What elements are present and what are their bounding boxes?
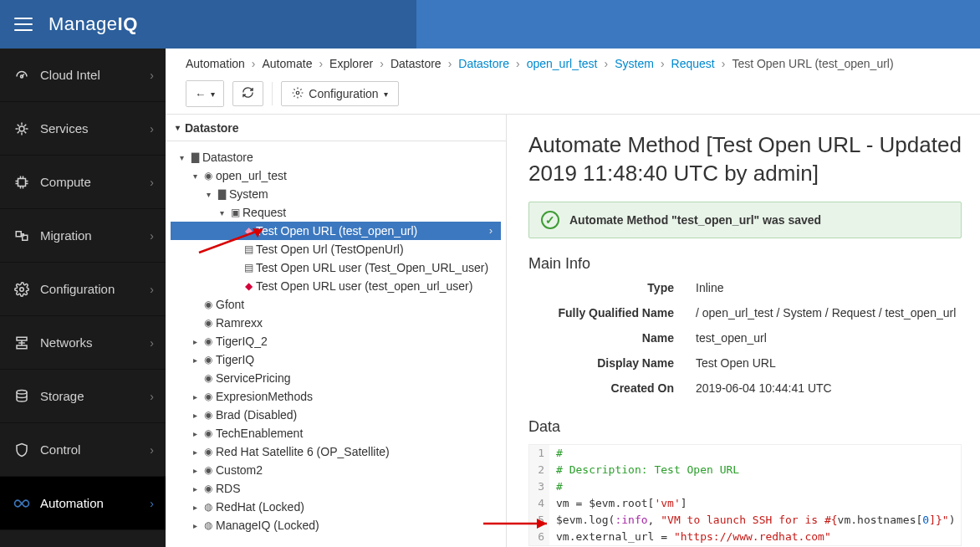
- domain-icon: ◉: [201, 483, 216, 494]
- code-token: vm.hostnames[: [838, 514, 923, 526]
- chevron-right-icon: ›: [150, 390, 154, 403]
- tree-node-request[interactable]: ▾▣Request: [171, 203, 501, 222]
- dashboard-icon: [12, 68, 32, 83]
- kv-key: Created On: [528, 381, 696, 395]
- tree-node-system[interactable]: ▾▇System: [171, 185, 501, 203]
- domain-icon: ◉: [201, 372, 216, 384]
- sidebar-label: Migration: [40, 228, 150, 243]
- breadcrumb-item[interactable]: Datastore: [458, 57, 509, 70]
- code-token: .root[: [615, 497, 654, 509]
- kv-key: Type: [528, 281, 696, 294]
- compute-icon: [12, 175, 32, 190]
- sidebar-item-configuration[interactable]: Configuration ›: [0, 263, 166, 316]
- section-main-info: Main Info: [528, 255, 962, 273]
- sidebar-item-networks[interactable]: Networks ›: [0, 316, 166, 370]
- hamburger-icon: [14, 18, 33, 31]
- instance-icon: ▤: [241, 243, 256, 255]
- domain-icon: ◉: [201, 409, 216, 421]
- tree-node[interactable]: ▸◉ExpresionMethods: [171, 387, 501, 406]
- chevron-right-icon: ›: [489, 225, 493, 237]
- instance-icon: ▤: [241, 262, 256, 274]
- migration-icon: [12, 228, 32, 243]
- kv-value: test_open_url: [696, 331, 962, 345]
- tree-node[interactable]: ◉ServicePricing: [171, 369, 501, 387]
- sidebar-item-storage[interactable]: Storage ›: [0, 370, 166, 423]
- back-button[interactable]: ← ▾: [186, 81, 223, 106]
- chevron-right-icon: ›: [150, 443, 154, 457]
- sidebar-item-services[interactable]: Services ›: [0, 102, 166, 156]
- sidebar-item-compute[interactable]: Compute ›: [0, 156, 166, 209]
- breadcrumb-item[interactable]: Explorer: [329, 57, 373, 70]
- sidebar-item-automation[interactable]: Automation ›: [0, 477, 166, 530]
- domain-icon: ◉: [201, 446, 216, 458]
- tree-node[interactable]: ▸◉Brad (Disabled): [171, 406, 501, 424]
- sidebar-label: Storage: [40, 389, 150, 403]
- hamburger-menu[interactable]: [7, 8, 40, 41]
- domain-locked-icon: ◍: [201, 501, 216, 513]
- sidebar-item-cloud-intel[interactable]: Cloud Intel ›: [0, 49, 166, 102]
- tree-node[interactable]: ▸◍RedHat (Locked): [171, 498, 501, 516]
- kv-value: / open_url_test / System / Request / tes…: [696, 306, 962, 320]
- gear-icon: [292, 87, 304, 101]
- breadcrumb-item[interactable]: System: [615, 57, 654, 70]
- configuration-dropdown[interactable]: Configuration ▾: [281, 81, 398, 106]
- svg-line-1: [22, 74, 24, 76]
- sidebar-label: Services: [40, 121, 150, 135]
- code-token: ): [949, 514, 956, 526]
- tree-node[interactable]: ▸◉Red Hat Satellite 6 (OP_Satellite): [171, 442, 501, 461]
- breadcrumb-item[interactable]: open_url_test: [527, 57, 598, 70]
- domain-icon: ◉: [201, 354, 216, 366]
- detail-panel: Automate Method [Test Open URL - Updated…: [507, 115, 980, 547]
- chevron-right-icon: ›: [150, 336, 154, 350]
- content-row: ▾ Datastore ▾▇Datastore ▾◉open_url_test …: [166, 114, 980, 547]
- tree-node-datastore[interactable]: ▾▇Datastore: [171, 148, 501, 166]
- tree-node-open-url-test[interactable]: ▾◉open_url_test: [171, 166, 501, 185]
- tree-node[interactable]: ▸◉Custom2: [171, 461, 501, 479]
- tree-node[interactable]: ▸◉TigerIQ: [171, 350, 501, 369]
- tree-node[interactable]: ▤Test Open URL user (Test_Open_URL_user): [171, 258, 501, 277]
- breadcrumb-item[interactable]: Datastore: [390, 57, 442, 70]
- tree-node[interactable]: ▸◉RDS: [171, 479, 501, 498]
- datastore-tree: ▾▇Datastore ▾◉open_url_test ▾▇System ▾▣R…: [166, 141, 506, 541]
- breadcrumb-item[interactable]: Automate: [263, 57, 313, 70]
- code-token: vm.external_url =: [556, 530, 674, 543]
- sidebar-label: Configuration: [40, 282, 150, 296]
- check-circle-icon: ✓: [541, 211, 559, 229]
- tree-node-test-open-url[interactable]: ◆Test Open URL (test_open_url)›: [171, 222, 501, 240]
- domain-icon: ◉: [201, 317, 216, 329]
- sidebar-item-control[interactable]: Control ›: [0, 423, 166, 477]
- svg-rect-4: [16, 231, 21, 236]
- storage-icon: [12, 389, 32, 404]
- ruby-icon: ◆: [241, 280, 256, 292]
- caret-down-icon: ▾: [211, 89, 215, 99]
- tree-node[interactable]: ▤Test Open Url (TestOpenUrl): [171, 240, 501, 258]
- main-info-table: TypeInline Fully Qualified Name/ open_ur…: [528, 281, 962, 395]
- sidebar-label: Control: [40, 442, 150, 457]
- breadcrumb-item[interactable]: Automation: [186, 57, 245, 70]
- svg-point-6: [20, 287, 24, 291]
- tree-node[interactable]: ▸◍ManageIQ (Locked): [171, 516, 501, 534]
- code-block: 1# 2# Description: Test Open URL 3# 4vm …: [528, 444, 962, 546]
- tree-accordion-header[interactable]: ▾ Datastore: [166, 115, 506, 141]
- brand-suffix: IQ: [118, 13, 138, 34]
- arrow-left-icon: ←: [195, 88, 206, 100]
- tree-node[interactable]: ▸◉TigerIQ_2: [171, 332, 501, 350]
- tree-node[interactable]: ▸◉TechEnablement: [171, 424, 501, 442]
- svg-rect-8: [17, 345, 27, 349]
- section-data: Data: [528, 418, 962, 436]
- tree-node[interactable]: ◆Test Open URL user (test_open_url_user): [171, 277, 501, 295]
- kv-key: Display Name: [528, 356, 696, 370]
- chevron-right-icon: ›: [150, 176, 154, 189]
- sidebar-item-migration[interactable]: Migration ›: [0, 209, 166, 263]
- tree-node[interactable]: ◉Gfont: [171, 295, 501, 314]
- refresh-button[interactable]: [232, 81, 263, 106]
- tree-node[interactable]: ◉Ramrexx: [171, 314, 501, 332]
- chevron-right-icon: ›: [150, 122, 154, 135]
- breadcrumb-item[interactable]: Request: [671, 57, 715, 70]
- brand-prefix: Manage: [48, 13, 118, 34]
- domain-icon: ◉: [201, 170, 216, 181]
- automation-icon: [12, 498, 32, 509]
- kv-value: Inline: [696, 281, 962, 294]
- code-token: #: [556, 480, 563, 493]
- code-token: =: [569, 497, 589, 509]
